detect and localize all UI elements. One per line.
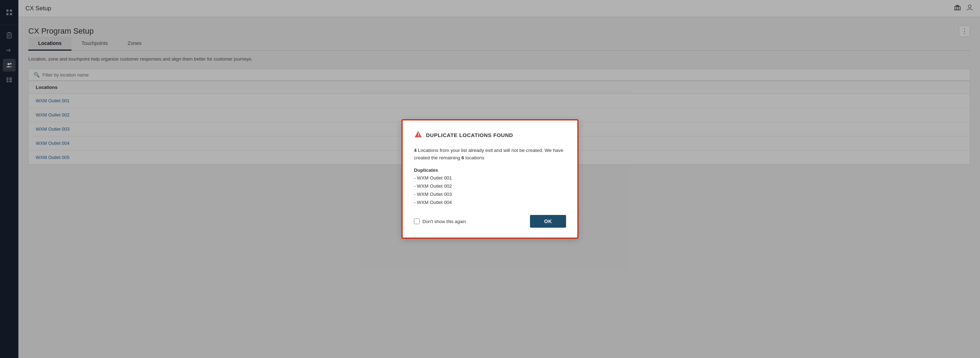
overlay: ! DUPLICATE LOCATIONS FOUND 4 Locations … <box>0 0 980 358</box>
duplicate-item-1: - WXM Outlet 001 <box>414 174 566 182</box>
checkbox-text: Don't show this again <box>422 219 466 224</box>
duplicate-item-2: - WXM Outlet 002 <box>414 182 566 190</box>
ok-button[interactable]: OK <box>530 215 566 228</box>
dialog-remaining-count: 6 <box>461 155 464 160</box>
dialog-body-text: Locations from your list already exit an… <box>414 148 563 161</box>
duplicate-dialog: ! DUPLICATE LOCATIONS FOUND 4 Locations … <box>402 119 578 239</box>
dialog-count: 4 <box>414 148 417 153</box>
svg-text:!: ! <box>418 132 419 137</box>
dialog-header: ! DUPLICATE LOCATIONS FOUND <box>414 130 566 140</box>
duplicate-item-4: - WXM Outlet 004 <box>414 199 566 207</box>
duplicate-item-3: - WXM Outlet 003 <box>414 190 566 199</box>
dialog-body-suffix: locations <box>464 155 484 160</box>
dialog-body: 4 Locations from your list already exit … <box>414 147 566 162</box>
dialog-footer: Don't show this again OK <box>414 215 566 228</box>
duplicates-label: Duplicates <box>414 168 566 173</box>
dialog-duplicates: Duplicates - WXM Outlet 001 - WXM Outlet… <box>414 168 566 207</box>
dialog-title: DUPLICATE LOCATIONS FOUND <box>426 132 513 138</box>
warning-icon: ! <box>414 130 422 140</box>
dont-show-again-label[interactable]: Don't show this again <box>414 219 466 224</box>
dont-show-again-checkbox[interactable] <box>414 219 420 224</box>
